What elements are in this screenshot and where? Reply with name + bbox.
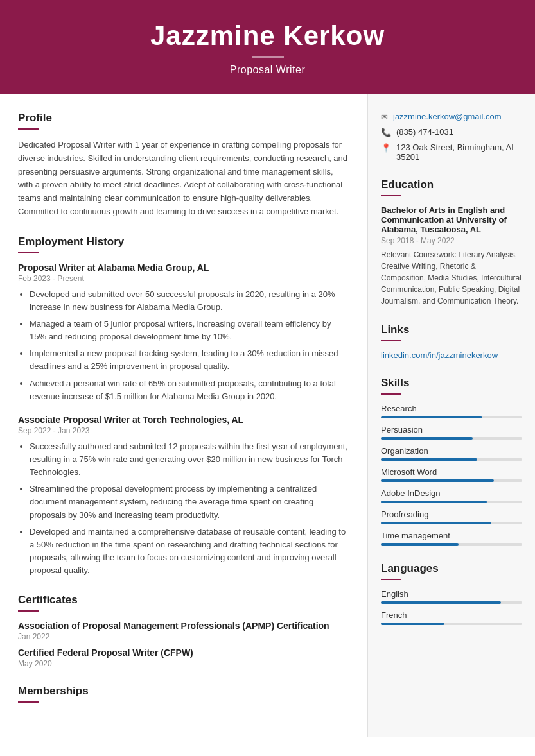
skill-bar-bg — [381, 501, 522, 503]
certificates-section: Certificates Association of Proposal Man… — [18, 594, 349, 668]
lang-bar-bg — [381, 623, 522, 625]
skill-name: Research — [381, 404, 522, 413]
email-link[interactable]: jazzmine.kerkow@gmail.com — [393, 112, 502, 121]
skill-name: Proofreading — [381, 510, 522, 519]
email-icon: ✉ — [381, 112, 388, 122]
location-icon: 📍 — [381, 143, 391, 153]
links-title: Links — [381, 323, 522, 336]
phone-icon: 📞 — [381, 128, 391, 137]
skill-item: Time management — [381, 531, 522, 546]
skill-bar-bg — [381, 479, 522, 482]
lang-name: English — [381, 589, 522, 599]
languages-divider — [381, 579, 401, 580]
job-2-title: Associate Proposal Writer at Torch Techn… — [18, 415, 349, 425]
skill-bar-bg — [381, 522, 522, 524]
skill-bar-fill — [381, 416, 482, 418]
right-column: ✉ jazzmine.kerkow@gmail.com 📞 (835) 474-… — [368, 94, 535, 737]
address-text: 123 Oak Street, Birmingham, AL 35201 — [396, 142, 522, 162]
skills-title: Skills — [381, 377, 522, 390]
certificates-title: Certificates — [18, 594, 349, 606]
skills-section: Skills Research Persuasion Organization … — [381, 377, 522, 546]
lang-bar-fill — [381, 623, 444, 625]
skill-bar-bg — [381, 458, 522, 461]
job-2: Associate Proposal Writer at Torch Techn… — [18, 415, 349, 577]
cert-2-date: May 2020 — [18, 659, 349, 668]
header-section: Jazzmine Kerkow Proposal Writer — [0, 0, 535, 94]
skill-name: Persuasion — [381, 425, 522, 434]
skill-item: Research — [381, 404, 522, 418]
employment-title: Employment History — [18, 236, 349, 248]
cert-1: Association of Proposal Management Profe… — [18, 621, 349, 641]
candidate-name: Jazzmine Kerkow — [13, 21, 522, 51]
employment-section: Employment History Proposal Writer at Al… — [18, 236, 349, 578]
employment-divider — [18, 252, 39, 253]
education-title: Education — [381, 178, 522, 191]
memberships-title: Memberships — [18, 685, 349, 698]
languages-title: Languages — [381, 562, 522, 575]
list-item: Successfully authored and submitted 12 p… — [30, 440, 349, 479]
skill-bar-bg — [381, 416, 522, 418]
memberships-section: Memberships — [18, 685, 349, 703]
skill-item: Organization — [381, 446, 522, 461]
job-2-dates: Sep 2022 - Jan 2023 — [18, 426, 349, 435]
skill-name: Time management — [381, 531, 522, 540]
cert-1-title: Association of Proposal Management Profe… — [18, 621, 349, 631]
body: Profile Dedicated Proposal Writer with 1… — [0, 94, 535, 737]
skill-name: Microsoft Word — [381, 467, 522, 477]
skill-bar-fill — [381, 458, 477, 461]
skill-bar-bg — [381, 543, 522, 546]
skills-divider — [381, 393, 401, 395]
skill-bar-fill — [381, 543, 459, 546]
list-item: Developed and maintained a comprehensive… — [30, 526, 349, 578]
skill-item: Microsoft Word — [381, 467, 522, 482]
skill-item: Proofreading — [381, 510, 522, 524]
skill-item: Persuasion — [381, 425, 522, 440]
cert-1-date: Jan 2022 — [18, 632, 349, 641]
list-item: Streamlined the proposal development pro… — [30, 483, 349, 521]
job-1-dates: Feb 2023 - Present — [18, 274, 349, 283]
education-divider — [381, 195, 401, 196]
skill-name: Organization — [381, 446, 522, 456]
memberships-divider — [18, 701, 39, 703]
email-item: ✉ jazzmine.kerkow@gmail.com — [381, 112, 522, 122]
phone-text: (835) 474-1031 — [396, 127, 453, 137]
resume: Jazzmine Kerkow Proposal Writer Profile … — [0, 0, 535, 756]
list-item: Managed a team of 5 junior proposal writ… — [30, 318, 349, 343]
job-1-title: Proposal Writer at Alabama Media Group, … — [18, 262, 349, 273]
education-degree: Bachelor of Arts in English and Communic… — [381, 205, 522, 234]
links-section: Links linkedin.com/in/jazzminekerkow — [381, 323, 522, 360]
skill-bar-fill — [381, 479, 494, 482]
profile-text: Dedicated Proposal Writer with 1 year of… — [18, 139, 349, 219]
language-item: English — [381, 589, 522, 604]
skill-bar-fill — [381, 437, 473, 440]
header-divider — [252, 56, 284, 58]
job-1-bullets: Developed and submitted over 50 successf… — [18, 288, 349, 403]
left-column: Profile Dedicated Proposal Writer with 1… — [0, 94, 368, 737]
list-item: Developed and submitted over 50 successf… — [30, 288, 349, 314]
address-item: 📍 123 Oak Street, Birmingham, AL 35201 — [381, 142, 522, 162]
linkedin-link[interactable]: linkedin.com/in/jazzminekerkow — [381, 350, 498, 360]
cert-2-title: Certified Federal Proposal Writer (CFPW) — [18, 648, 349, 658]
skill-name: Adobe InDesign — [381, 488, 522, 498]
profile-divider — [18, 128, 39, 130]
contact-section: ✉ jazzmine.kerkow@gmail.com 📞 (835) 474-… — [381, 112, 522, 162]
cert-2: Certified Federal Proposal Writer (CFPW)… — [18, 648, 349, 668]
skill-bar-fill — [381, 522, 491, 524]
lang-name: French — [381, 610, 522, 620]
candidate-title: Proposal Writer — [13, 64, 522, 76]
job-1: Proposal Writer at Alabama Media Group, … — [18, 262, 349, 403]
certificates-divider — [18, 610, 39, 612]
profile-section: Profile Dedicated Proposal Writer with 1… — [18, 112, 349, 219]
lang-bar-fill — [381, 601, 501, 604]
list-item: Achieved a personal win rate of 65% on s… — [30, 377, 349, 403]
education-section: Education Bachelor of Arts in English an… — [381, 178, 522, 307]
languages-section: Languages English French — [381, 562, 522, 625]
skills-container: Research Persuasion Organization Microso… — [381, 404, 522, 546]
education-coursework: Relevant Coursework: Literary Analysis, … — [381, 249, 522, 307]
skill-item: Adobe InDesign — [381, 488, 522, 503]
phone-item: 📞 (835) 474-1031 — [381, 127, 522, 137]
job-2-bullets: Successfully authored and submitted 12 p… — [18, 440, 349, 577]
skill-bar-fill — [381, 501, 487, 503]
list-item: Implemented a new proposal tracking syst… — [30, 347, 349, 373]
language-item: French — [381, 610, 522, 625]
